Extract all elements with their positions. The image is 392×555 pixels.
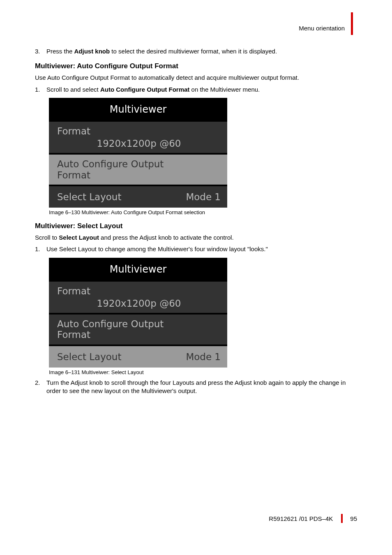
- page-content: 3. Press the Adjust knob to select the d…: [35, 47, 357, 395]
- menu-label: Format: [57, 126, 221, 136]
- text-pre: Scroll to: [35, 234, 59, 241]
- text-post: on the Multiviewer menu.: [189, 86, 260, 93]
- intro-auto-configure: Use Auto Configure Output Format to auto…: [35, 74, 357, 82]
- page: Menu orientation 3. Press the Adjust kno…: [0, 0, 392, 555]
- step-text: Scroll to and select Auto Configure Outp…: [46, 86, 357, 94]
- menu-label: Format: [57, 286, 221, 296]
- intro-select-layout: Scroll to Select Layout and press the Ad…: [35, 234, 357, 242]
- menu-item-format: Format 1920x1200p @60: [49, 280, 227, 313]
- footer-doc-id: R5912621 /01 PDS–4K: [269, 515, 333, 522]
- text-post: to select the desired multiviewer format…: [110, 48, 277, 55]
- sec1-step-1: 1. Scroll to and select Auto Configure O…: [35, 86, 357, 94]
- menu-value: 1920x1200p @60: [57, 138, 221, 149]
- menu-item-select-layout: Select Layout Mode 1: [49, 185, 227, 208]
- step-number: 3.: [35, 47, 46, 56]
- text-bold: Auto Configure Output Format: [100, 86, 189, 93]
- text-bold: Select Layout: [59, 234, 99, 241]
- footer-accent-bar: [341, 514, 343, 523]
- step-number: 2.: [35, 379, 46, 395]
- menu-line-2: Format: [57, 329, 221, 340]
- sec2-step-1: 1. Use Select Layout to change among the…: [35, 245, 357, 253]
- sec2-step-2: 2. Turn the Adjust knob to scroll throug…: [35, 379, 357, 395]
- menu-item-auto-configure: Auto Configure Output Format: [49, 313, 227, 345]
- menu-item-format: Format 1920x1200p @60: [49, 120, 227, 153]
- step-3: 3. Press the Adjust knob to select the d…: [35, 47, 357, 56]
- text-pre: Press the: [46, 48, 74, 55]
- menu-item-select-layout: Select Layout Mode 1: [49, 345, 227, 368]
- step-text: Use Select Layout to change among the Mu…: [46, 245, 357, 253]
- header-accent-bar: [351, 12, 353, 35]
- device-menu: Multiviewer Format 1920x1200p @60 Auto C…: [49, 98, 227, 208]
- text-bold: Adjust knob: [74, 48, 110, 55]
- figure-caption-6-131: Image 6–131 Multiveiwer: Select Layout: [49, 369, 357, 375]
- menu-value: 1920x1200p @60: [57, 298, 221, 309]
- menu-label: Select Layout: [57, 352, 121, 362]
- header-section-label: Menu orientation: [299, 25, 345, 32]
- step-number: 1.: [35, 245, 46, 253]
- menu-line-1: Auto Configure Output: [57, 319, 221, 329]
- menu-value: Mode 1: [186, 192, 221, 202]
- step-number: 1.: [35, 86, 46, 94]
- menu-label: Select Layout: [57, 192, 121, 202]
- figure-6-130: Multiviewer Format 1920x1200p @60 Auto C…: [49, 98, 357, 208]
- figure-caption-6-130: Image 6–130 Multiviewer: Auto Configure …: [49, 209, 357, 215]
- text-post: and press the Adjust knob to activate th…: [99, 234, 234, 241]
- step-text: Press the Adjust knob to select the desi…: [46, 47, 357, 56]
- heading-auto-configure: Multiviewer: Auto Configure Output Forma…: [35, 62, 357, 70]
- menu-line-2: Format: [57, 170, 221, 180]
- menu-item-auto-configure: Auto Configure Output Format: [49, 153, 227, 185]
- text-pre: Scroll to and select: [46, 86, 100, 93]
- device-menu: Multiviewer Format 1920x1200p @60 Auto C…: [49, 258, 227, 368]
- menu-title: Multiviewer: [49, 98, 227, 120]
- menu-title: Multiviewer: [49, 258, 227, 280]
- page-footer: R5912621 /01 PDS–4K 95: [269, 514, 357, 523]
- menu-value: Mode 1: [186, 352, 221, 362]
- menu-line-1: Auto Configure Output: [57, 159, 221, 169]
- figure-6-131: Multiviewer Format 1920x1200p @60 Auto C…: [49, 258, 357, 368]
- step-text: Turn the Adjust knob to scroll through t…: [46, 379, 357, 395]
- heading-select-layout: Multiviewer: Select Layout: [35, 222, 357, 230]
- footer-page-number: 95: [350, 515, 357, 522]
